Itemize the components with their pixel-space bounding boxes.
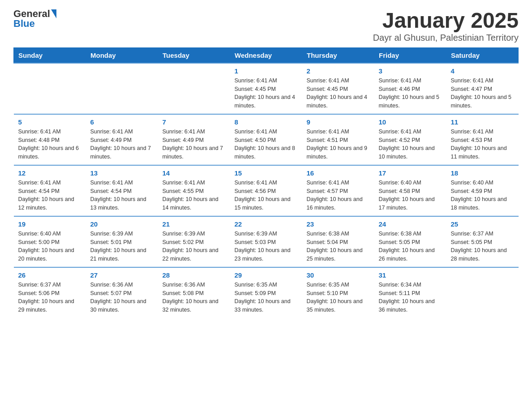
- day-number: 8: [235, 118, 298, 126]
- header-wednesday: Wednesday: [230, 47, 302, 63]
- day-number: 29: [235, 271, 298, 279]
- table-row: 22Sunrise: 6:39 AM Sunset: 5:03 PM Dayli…: [230, 216, 302, 267]
- day-info: Sunrise: 6:39 AM Sunset: 5:03 PM Dayligh…: [235, 230, 298, 263]
- day-info: Sunrise: 6:41 AM Sunset: 4:57 PM Dayligh…: [307, 179, 370, 212]
- table-row: 17Sunrise: 6:40 AM Sunset: 4:58 PM Dayli…: [374, 165, 446, 216]
- table-row: 21Sunrise: 6:39 AM Sunset: 5:02 PM Dayli…: [158, 216, 230, 267]
- day-info: Sunrise: 6:41 AM Sunset: 4:53 PM Dayligh…: [451, 128, 514, 161]
- day-number: 3: [379, 67, 442, 75]
- table-row: 31Sunrise: 6:34 AM Sunset: 5:11 PM Dayli…: [374, 267, 446, 318]
- day-number: 13: [90, 169, 154, 177]
- table-row: 29Sunrise: 6:35 AM Sunset: 5:09 PM Dayli…: [230, 267, 302, 318]
- header-friday: Friday: [374, 47, 446, 63]
- day-info: Sunrise: 6:35 AM Sunset: 5:09 PM Dayligh…: [235, 281, 298, 314]
- page-header: General Blue January 2025 Dayr al Ghusun…: [13, 9, 519, 43]
- table-row: 25Sunrise: 6:37 AM Sunset: 5:05 PM Dayli…: [446, 216, 519, 267]
- day-number: 7: [163, 118, 226, 126]
- day-number: 2: [307, 67, 370, 75]
- table-row: 28Sunrise: 6:36 AM Sunset: 5:08 PM Dayli…: [158, 267, 230, 318]
- table-row: 13Sunrise: 6:41 AM Sunset: 4:54 PM Dayli…: [86, 165, 158, 216]
- table-row: 18Sunrise: 6:40 AM Sunset: 4:59 PM Dayli…: [446, 165, 519, 216]
- table-row: 6Sunrise: 6:41 AM Sunset: 4:49 PM Daylig…: [86, 114, 158, 165]
- day-number: 25: [451, 220, 514, 228]
- logo-blue: Blue: [13, 18, 35, 29]
- table-row: 2Sunrise: 6:41 AM Sunset: 4:45 PM Daylig…: [302, 63, 374, 114]
- table-row: 1Sunrise: 6:41 AM Sunset: 4:45 PM Daylig…: [230, 63, 302, 114]
- header-saturday: Saturday: [446, 47, 519, 63]
- table-row: 12Sunrise: 6:41 AM Sunset: 4:54 PM Dayli…: [14, 165, 86, 216]
- table-row: 16Sunrise: 6:41 AM Sunset: 4:57 PM Dayli…: [302, 165, 374, 216]
- day-number: 23: [307, 220, 370, 228]
- table-row: 24Sunrise: 6:38 AM Sunset: 5:05 PM Dayli…: [374, 216, 446, 267]
- day-number: 11: [451, 118, 514, 126]
- day-number: 17: [379, 169, 442, 177]
- day-number: 24: [379, 220, 442, 228]
- day-info: Sunrise: 6:39 AM Sunset: 5:01 PM Dayligh…: [90, 230, 154, 263]
- table-row: 4Sunrise: 6:41 AM Sunset: 4:47 PM Daylig…: [446, 63, 519, 114]
- day-number: 12: [18, 169, 82, 177]
- day-info: Sunrise: 6:37 AM Sunset: 5:06 PM Dayligh…: [18, 281, 82, 314]
- logo-general: General: [13, 9, 50, 19]
- day-info: Sunrise: 6:37 AM Sunset: 5:05 PM Dayligh…: [451, 230, 514, 263]
- table-row: 11Sunrise: 6:41 AM Sunset: 4:53 PM Dayli…: [446, 114, 519, 165]
- header-sunday: Sunday: [14, 47, 86, 63]
- table-row: 30Sunrise: 6:35 AM Sunset: 5:10 PM Dayli…: [302, 267, 374, 318]
- day-number: 4: [451, 67, 514, 75]
- calendar-subtitle: Dayr al Ghusun, Palestinian Territory: [373, 33, 519, 43]
- day-info: Sunrise: 6:41 AM Sunset: 4:49 PM Dayligh…: [163, 128, 226, 161]
- table-row: 27Sunrise: 6:36 AM Sunset: 5:07 PM Dayli…: [86, 267, 158, 318]
- table-row: [446, 267, 519, 318]
- weekday-header-row: Sunday Monday Tuesday Wednesday Thursday…: [14, 47, 519, 63]
- day-number: 5: [18, 118, 82, 126]
- day-info: Sunrise: 6:41 AM Sunset: 4:56 PM Dayligh…: [235, 179, 298, 212]
- day-number: 28: [163, 271, 226, 279]
- day-info: Sunrise: 6:41 AM Sunset: 4:48 PM Dayligh…: [18, 128, 82, 161]
- day-info: Sunrise: 6:41 AM Sunset: 4:54 PM Dayligh…: [18, 179, 82, 212]
- day-info: Sunrise: 6:40 AM Sunset: 4:59 PM Dayligh…: [451, 179, 514, 212]
- calendar-week-row: 1Sunrise: 6:41 AM Sunset: 4:45 PM Daylig…: [14, 63, 519, 114]
- table-row: [14, 63, 86, 114]
- header-monday: Monday: [86, 47, 158, 63]
- logo: General Blue: [13, 9, 56, 29]
- day-info: Sunrise: 6:41 AM Sunset: 4:49 PM Dayligh…: [90, 128, 154, 161]
- day-info: Sunrise: 6:41 AM Sunset: 4:55 PM Dayligh…: [163, 179, 226, 212]
- day-info: Sunrise: 6:41 AM Sunset: 4:46 PM Dayligh…: [379, 77, 442, 110]
- logo-triangle-icon: [51, 9, 56, 18]
- day-info: Sunrise: 6:36 AM Sunset: 5:07 PM Dayligh…: [90, 281, 154, 314]
- day-info: Sunrise: 6:34 AM Sunset: 5:11 PM Dayligh…: [379, 281, 442, 314]
- day-info: Sunrise: 6:40 AM Sunset: 4:58 PM Dayligh…: [379, 179, 442, 212]
- day-info: Sunrise: 6:41 AM Sunset: 4:45 PM Dayligh…: [235, 77, 298, 110]
- table-row: 5Sunrise: 6:41 AM Sunset: 4:48 PM Daylig…: [14, 114, 86, 165]
- day-info: Sunrise: 6:39 AM Sunset: 5:02 PM Dayligh…: [163, 230, 226, 263]
- day-info: Sunrise: 6:41 AM Sunset: 4:54 PM Dayligh…: [90, 179, 154, 212]
- day-number: 6: [90, 118, 154, 126]
- calendar-table: Sunday Monday Tuesday Wednesday Thursday…: [13, 47, 519, 318]
- day-number: 19: [18, 220, 82, 228]
- day-number: 31: [379, 271, 442, 279]
- day-number: 16: [307, 169, 370, 177]
- day-info: Sunrise: 6:41 AM Sunset: 4:51 PM Dayligh…: [307, 128, 370, 161]
- title-section: January 2025 Dayr al Ghusun, Palestinian…: [373, 9, 519, 43]
- day-number: 1: [235, 67, 298, 75]
- table-row: 3Sunrise: 6:41 AM Sunset: 4:46 PM Daylig…: [374, 63, 446, 114]
- calendar-week-row: 5Sunrise: 6:41 AM Sunset: 4:48 PM Daylig…: [14, 114, 519, 165]
- table-row: 7Sunrise: 6:41 AM Sunset: 4:49 PM Daylig…: [158, 114, 230, 165]
- day-number: 22: [235, 220, 298, 228]
- day-info: Sunrise: 6:38 AM Sunset: 5:05 PM Dayligh…: [379, 230, 442, 263]
- day-number: 26: [18, 271, 82, 279]
- table-row: 8Sunrise: 6:41 AM Sunset: 4:50 PM Daylig…: [230, 114, 302, 165]
- calendar-week-row: 26Sunrise: 6:37 AM Sunset: 5:06 PM Dayli…: [14, 267, 519, 318]
- day-number: 14: [163, 169, 226, 177]
- day-info: Sunrise: 6:41 AM Sunset: 4:50 PM Dayligh…: [235, 128, 298, 161]
- table-row: 23Sunrise: 6:38 AM Sunset: 5:04 PM Dayli…: [302, 216, 374, 267]
- calendar-week-row: 19Sunrise: 6:40 AM Sunset: 5:00 PM Dayli…: [14, 216, 519, 267]
- day-info: Sunrise: 6:41 AM Sunset: 4:47 PM Dayligh…: [451, 77, 514, 110]
- day-info: Sunrise: 6:35 AM Sunset: 5:10 PM Dayligh…: [307, 281, 370, 314]
- calendar-title: January 2025: [373, 9, 519, 33]
- day-info: Sunrise: 6:41 AM Sunset: 4:52 PM Dayligh…: [379, 128, 442, 161]
- day-number: 27: [90, 271, 154, 279]
- table-row: 19Sunrise: 6:40 AM Sunset: 5:00 PM Dayli…: [14, 216, 86, 267]
- day-number: 30: [307, 271, 370, 279]
- day-number: 10: [379, 118, 442, 126]
- table-row: 10Sunrise: 6:41 AM Sunset: 4:52 PM Dayli…: [374, 114, 446, 165]
